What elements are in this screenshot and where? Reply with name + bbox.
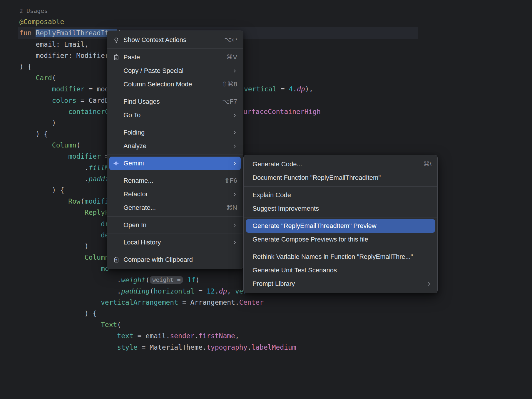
menu-item-prompt-library[interactable]: Prompt Library [246,277,435,291]
code-token: ) { [19,310,97,317]
code-token: MaterialTheme [150,343,203,351]
menu-separator [107,155,243,155]
code-token [19,321,101,328]
menu-item-paste[interactable]: Paste⌘V [109,51,241,64]
menu-item-local-history[interactable]: Local History [109,236,241,249]
code-line: Column( [0,140,532,151]
chevron-right-icon [232,192,237,197]
code-token: fillM [88,164,109,172]
code-token [19,74,36,82]
menu-separator [107,172,243,172]
menu-item-label: Suggest Improvements [252,205,319,212]
code-token: . [19,276,121,284]
chevron-right-icon [232,240,237,245]
code-token [19,85,52,93]
code-token: Arrangement [190,299,235,306]
menu-item-right: ⌘\ [416,160,431,168]
menu-item-right: ⌘N [219,204,237,212]
code-token: . [19,175,88,183]
code-token: typography [207,343,247,351]
menu-item-suggest-improvements[interactable]: Suggest Improvements [246,202,435,215]
code-line: colors = CardD [0,95,532,106]
code-line: modifier: Modifier [0,50,532,61]
menu-item-compare-with-clipboard[interactable]: Compare with Clipboard [109,253,241,266]
menu-item-generate-code[interactable]: Generate Code...⌘\ [246,157,435,171]
code-token [19,343,117,351]
menu-icon-slot [113,191,120,198]
usages-inlay-hint[interactable]: 2 Usages [19,7,48,14]
menu-item-generate-compose-previews[interactable]: Generate Compose Previews for this file [246,233,435,246]
inlay-hint[interactable]: weight = [150,276,183,284]
code-line: modifier = modvertical = 4.dp), [0,83,532,95]
menu-shortcut: ⌘N [226,204,237,212]
code-token: modifi [85,197,109,205]
code-token: . [293,85,297,93]
code-line: @Composable [0,16,532,27]
menu-icon-slot [113,81,120,88]
menu-item-right [225,192,237,197]
menu-item-go-to[interactable]: Go To [109,108,241,122]
menu-item-generate-preview[interactable]: Generate "ReplyEmailThreadItem" Preview [246,219,435,233]
code-token: colors [52,97,76,104]
code-token [19,152,68,160]
menu-item-right [225,144,237,149]
menu-item-generate[interactable]: Generate...⌘N [109,201,241,214]
menu-item-label: Generate Code... [252,160,302,168]
code-token: ( [52,74,56,82]
code-token: ( [117,321,121,328]
menu-icon-slot [113,204,120,211]
menu-item-generate-unit-test-scenarios[interactable]: Generate Unit Test Scenarios [246,264,435,277]
code-token [19,299,101,306]
menu-item-explain-code[interactable]: Explain Code [246,188,435,202]
menu-shortcut: ⌥F7 [222,98,237,105]
code-line: email: Email, [0,39,532,50]
code-line: containerCurfaceContainerHigh [0,106,532,117]
menu-item-rename[interactable]: Rename...⇧F6 [109,174,241,187]
code-token [19,231,101,239]
menu-separator [244,217,437,217]
code-line: fun ReplyEmailThreadItem( [0,27,532,38]
code-line: 2 Usages [0,5,532,16]
menu-item-column-selection-mode[interactable]: Column Selection Mode⇧⌘8 [109,78,241,91]
menu-item-label: Rename... [123,177,153,185]
menu-icon-slot [113,142,120,150]
code-token: firstName [198,332,235,340]
code-token: verticalArrangement [101,299,178,306]
menu-shortcut: ⌘\ [423,160,431,168]
code-token [19,197,68,205]
menu-item-folding[interactable]: Folding [109,126,241,139]
chevron-right-icon [426,281,431,286]
code-token [19,141,52,149]
menu-item-right: ⌥F7 [215,98,237,105]
menu-item-open-in[interactable]: Open In [109,218,241,232]
gemini-submenu: Generate Code...⌘\Document Function "Rep… [243,155,438,293]
menu-item-analyze[interactable]: Analyze [109,139,241,153]
menu-item-find-usages[interactable]: Find Usages⌥F7 [109,95,241,108]
code-token: , [235,332,239,340]
menu-item-show-context-actions[interactable]: Show Context Actions⌥↩ [109,33,241,47]
menu-icon-slot [113,222,120,229]
menu-item-document-function[interactable]: Document Function "ReplyEmailThreadItem" [246,171,435,185]
code-line: Text( [0,319,532,330]
menu-shortcut: ⌘V [226,53,237,61]
code-token [19,220,101,228]
code-token: . [235,299,239,306]
clipboard-compare-icon [113,256,120,263]
menu-item-label: Prompt Library [252,280,295,288]
editor-context-menu: Show Context Actions⌥↩Paste⌘VCopy / Past… [107,31,243,269]
code-token: = [138,343,150,351]
code-token: text [117,332,133,340]
menu-shortcut: ⌥↩ [224,36,237,44]
code-token: 4 [289,85,293,93]
menu-icon-slot [113,98,120,105]
menu-item-copy-paste-special[interactable]: Copy / Paste Special [109,64,241,78]
menu-item-label: Rethink Variable Names in Function "Repl… [252,253,413,261]
menu-item-rethink-variable-names[interactable]: Rethink Variable Names in Function "Repl… [246,250,435,264]
code-token: = [76,97,89,104]
chevron-right-icon [232,161,237,166]
code-token: dp [297,85,305,93]
code-token: labelMedium [251,343,296,351]
menu-separator [107,124,243,124]
menu-item-refactor[interactable]: Refactor [109,187,241,201]
menu-item-gemini[interactable]: Gemini [109,157,241,170]
